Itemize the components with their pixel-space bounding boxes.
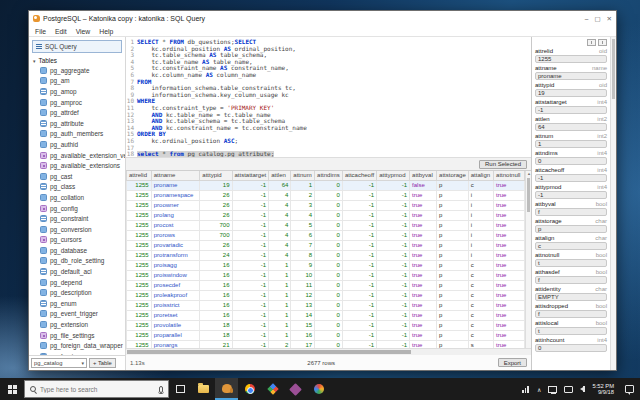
taskbar-clock[interactable]: 5:52 PM 9/9/18 <box>592 383 614 396</box>
column-header[interactable]: attcacheoff <box>342 171 376 181</box>
sidebar-item-table[interactable]: pg_event_trigger <box>40 309 125 320</box>
column-header[interactable]: attbyval <box>410 171 437 181</box>
app-diamond-button[interactable] <box>261 378 284 400</box>
column-header[interactable]: attstorage <box>437 171 469 181</box>
maximize-button[interactable]: ▢ <box>594 15 600 23</box>
sidebar-item-table[interactable]: pg_foreign_data_wrapper <box>40 340 125 351</box>
table-row[interactable]: 1255 proisagg 16 -1 1 9 0 -1 -1 true p c… <box>127 261 525 271</box>
chrome-button[interactable] <box>238 378 261 400</box>
column-header[interactable]: attname <box>151 171 200 181</box>
sidebar-item-table[interactable]: pg_am <box>40 76 125 87</box>
sidebar-item-table[interactable]: pg_config <box>40 203 125 214</box>
field-value[interactable]: -1 <box>535 174 607 182</box>
table-row[interactable]: 1255 protransform 24 -1 4 8 0 -1 -1 true… <box>127 251 525 261</box>
sidebar-item-table[interactable]: pg_cast <box>40 171 125 182</box>
sidebar-item-table[interactable]: pg_description <box>40 287 125 298</box>
sidebar-item-sql-query[interactable]: SQL Query <box>32 40 122 53</box>
sidebar-item-table[interactable]: pg_cursors <box>40 235 125 246</box>
tables-section-header[interactable]: ▾ Tables <box>29 55 125 65</box>
action-center-icon[interactable] <box>625 385 634 393</box>
table-row[interactable]: 1255 proisstrict 16 -1 1 13 0 -1 -1 true… <box>127 301 525 311</box>
table-row[interactable]: 1255 pronargs 21 -1 2 17 0 -1 -1 true p … <box>127 341 525 349</box>
visual-studio-button[interactable] <box>284 378 307 400</box>
sidebar-item-table[interactable]: pg_depend <box>40 277 125 288</box>
field-value[interactable]: t <box>535 327 607 335</box>
sidebar-item-table[interactable]: pg_aggregate <box>40 65 125 76</box>
table-row[interactable]: 1255 proparallel 18 -1 1 16 0 -1 -1 true… <box>127 331 525 341</box>
sidebar-item-table[interactable]: pg_attrdef <box>40 107 125 118</box>
sidebar-item-table[interactable]: pg_constraint <box>40 213 125 224</box>
sidebar-item-table[interactable]: pg_amop <box>40 86 125 97</box>
table-row[interactable]: 1255 prosecdef 16 -1 1 11 0 -1 -1 true p… <box>127 281 525 291</box>
column-header[interactable]: attlen <box>269 171 291 181</box>
record-next-button[interactable] <box>598 39 607 46</box>
display-icon[interactable] <box>564 386 573 393</box>
column-header[interactable]: attndims <box>315 171 343 181</box>
field-value[interactable]: -1 <box>535 106 607 114</box>
sidebar-item-table[interactable]: pg_default_acl <box>40 266 125 277</box>
field-value[interactable]: 0 <box>535 157 607 165</box>
sidebar-item-table[interactable]: pg_conversion <box>40 224 125 235</box>
sidebar-item-table[interactable]: pg_attribute <box>40 118 125 129</box>
table-row[interactable]: 1255 proowner 26 -1 4 3 0 -1 -1 true p i… <box>127 201 525 211</box>
table-row[interactable]: 1255 pronamespace 26 -1 4 2 0 -1 -1 true… <box>127 191 525 201</box>
field-value[interactable]: 0 <box>535 344 607 352</box>
grid-horizontal-scrollbar[interactable] <box>126 348 531 355</box>
menu-item[interactable]: File <box>35 28 46 35</box>
column-header[interactable]: atttypmod <box>377 171 410 181</box>
performance-icon[interactable] <box>522 386 530 393</box>
sidebar-item-table[interactable]: pg_authid <box>40 139 125 150</box>
taskbar-search[interactable] <box>24 380 169 398</box>
sidebar-item-table[interactable]: pg_enum <box>40 298 125 309</box>
app-pinwheel-button[interactable] <box>307 378 330 400</box>
table-row[interactable]: 1255 proleakproof 16 -1 1 12 0 -1 -1 tru… <box>127 291 525 301</box>
menu-item[interactable]: Help <box>99 28 113 35</box>
file-explorer-button[interactable] <box>192 378 215 400</box>
column-header[interactable]: atttypid <box>200 171 232 181</box>
table-row[interactable]: 1255 proretset 16 -1 1 14 0 -1 -1 true p… <box>127 311 525 321</box>
scrollbar-thumb[interactable] <box>612 39 615 99</box>
field-value[interactable]: 19 <box>535 89 607 97</box>
column-header[interactable]: attstattarget <box>232 171 269 181</box>
column-header[interactable]: attnum <box>291 171 315 181</box>
field-value[interactable]: t <box>535 259 607 267</box>
grid-vertical-scrollbar[interactable]: ▲ <box>525 171 531 348</box>
field-value[interactable]: f <box>535 276 607 284</box>
results-grid[interactable]: attrelid attname atttypid attstattarget … <box>126 171 525 348</box>
column-header[interactable]: attalign <box>468 171 493 181</box>
scrollbar-thumb[interactable] <box>527 178 530 212</box>
field-value[interactable]: EMPTY <box>535 293 607 301</box>
field-value[interactable]: p <box>535 225 607 233</box>
sidebar-item-table[interactable]: pg_collation <box>40 192 125 203</box>
search-input[interactable] <box>40 386 140 393</box>
sidebar-item-table[interactable]: pg_available_extensions <box>40 160 125 171</box>
column-header[interactable]: attnotnull <box>494 171 525 181</box>
table-row[interactable]: 1255 prolang 26 -1 4 4 0 -1 -1 true p i … <box>127 211 525 221</box>
scroll-up-arrow[interactable]: ▲ <box>526 171 532 176</box>
sidebar-item-table[interactable]: pg_file_settings <box>40 330 125 341</box>
sidebar-item-table[interactable]: pg_extension <box>40 319 125 330</box>
minimize-button[interactable]: – <box>585 15 589 23</box>
title-bar[interactable]: PostgreSQL – Katonika copy : katonika : … <box>29 11 616 26</box>
sidebar-item-table[interactable]: pg_auth_members <box>40 129 125 140</box>
field-value[interactable]: 1 <box>535 140 607 148</box>
sidebar-item-table[interactable]: pg_available_extension_versions <box>40 150 125 161</box>
sidebar-item-table[interactable]: pg_class <box>40 182 125 193</box>
table-row[interactable]: 1255 proname 19 -1 64 1 0 -1 -1 false p … <box>127 181 525 191</box>
field-value[interactable]: f <box>535 310 607 318</box>
speaker-icon[interactable] <box>580 386 585 392</box>
schema-select[interactable]: pg_catalog ▾ <box>31 358 87 368</box>
tray-expand-chevron-icon[interactable]: ∧ <box>537 386 541 393</box>
sql-editor[interactable]: 1SELECT * FROM db_questions;SELECT2 kc.o… <box>126 37 531 158</box>
scrollbar-thumb[interactable] <box>127 350 411 354</box>
field-value[interactable]: f <box>535 208 607 216</box>
close-button[interactable]: ✕ <box>607 15 612 23</box>
detail-vertical-scrollbar[interactable] <box>610 37 616 370</box>
sidebar-item-table[interactable]: pg_db_role_setting <box>40 256 125 267</box>
table-row[interactable]: 1255 proiswindow 16 -1 1 10 0 -1 -1 true… <box>127 271 525 281</box>
record-prev-button[interactable] <box>587 39 596 46</box>
network-icon[interactable] <box>548 386 557 393</box>
postgresql-taskbar-button[interactable] <box>215 378 238 400</box>
task-view-button[interactable] <box>169 378 192 400</box>
field-value[interactable]: c <box>535 242 607 250</box>
